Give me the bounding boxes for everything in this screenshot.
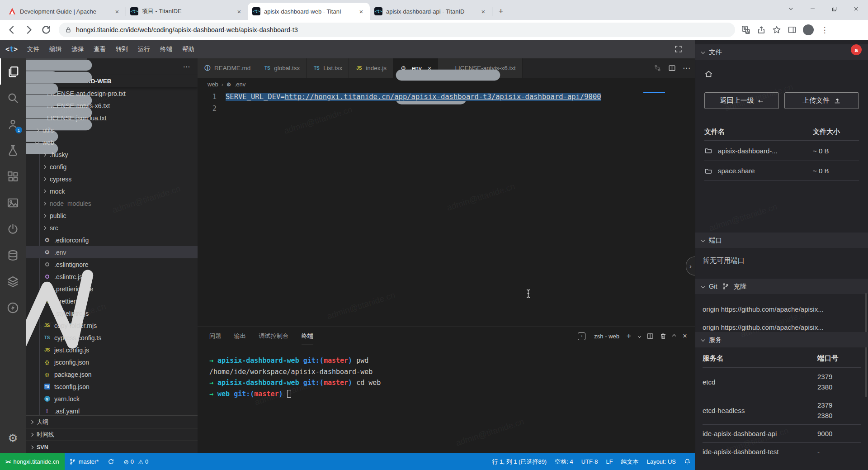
explorer-more-icon[interactable]: ⋯ bbox=[183, 62, 190, 71]
tree-item[interactable]: yyarn.lock bbox=[26, 393, 198, 405]
activity-lightning[interactable] bbox=[0, 294, 26, 321]
tab-close-icon[interactable]: × bbox=[479, 7, 487, 15]
status-keyboard-layout[interactable]: Layout: US bbox=[643, 453, 680, 470]
panel-tab[interactable]: 调试控制台 bbox=[259, 327, 289, 345]
profile-avatar[interactable] bbox=[803, 24, 814, 35]
editor-tab[interactable]: TSList.tsx bbox=[307, 58, 349, 78]
breadcrumb-folder[interactable]: web bbox=[208, 81, 218, 88]
user-avatar[interactable]: a bbox=[851, 44, 862, 55]
side-panel-icon[interactable] bbox=[788, 25, 797, 34]
editor-tab[interactable]: ⓘREADME.md bbox=[198, 58, 257, 78]
service-row[interactable]: ide-apisix-dashboard-test- bbox=[703, 442, 861, 461]
section-timeline[interactable]: 时间线 bbox=[26, 428, 198, 441]
panel-tab[interactable]: 输出 bbox=[234, 327, 246, 345]
back-icon[interactable] bbox=[6, 24, 17, 35]
tree-item[interactable]: node_modules bbox=[26, 197, 198, 209]
service-row[interactable]: etcd23792380 bbox=[703, 367, 861, 396]
activity-explorer[interactable] bbox=[0, 58, 26, 85]
tree-item[interactable]: {}jsconfig.json bbox=[26, 356, 198, 368]
status-eol[interactable]: LF bbox=[602, 453, 617, 470]
tree-item[interactable]: {}package.json bbox=[26, 368, 198, 380]
tree-item[interactable]: src bbox=[26, 222, 198, 234]
editor-more-icon[interactable]: ⋯ bbox=[683, 63, 690, 73]
service-row[interactable]: ide-apisix-dashboard-api9000 bbox=[703, 424, 861, 442]
tab-close-icon[interactable]: × bbox=[235, 7, 243, 15]
maximize-panel-icon[interactable] bbox=[672, 334, 676, 338]
tree-item[interactable]: TScypress.config.ts bbox=[26, 332, 198, 344]
menu-item[interactable]: 转到 bbox=[111, 40, 133, 58]
git-remote[interactable]: origin https://github.com/apache/apisix.… bbox=[703, 300, 863, 318]
service-row[interactable]: etcd-headless23792380 bbox=[703, 396, 861, 424]
menu-item[interactable]: 文件 bbox=[22, 40, 44, 58]
tab-search-chevron-button[interactable] bbox=[781, 1, 800, 16]
tree-item[interactable]: public bbox=[26, 209, 198, 222]
tree-item[interactable]: TStsconfig.json bbox=[26, 380, 198, 393]
status-cursor-position[interactable]: 行 1, 列 1 (已选择89) bbox=[488, 453, 551, 470]
activity-layers[interactable] bbox=[0, 268, 26, 294]
tree-item[interactable]: .husky bbox=[26, 148, 198, 161]
problems-indicator[interactable]: ⊘ 0 ⚠ 0 bbox=[119, 453, 153, 470]
notifications-bell[interactable] bbox=[680, 453, 695, 470]
ports-section-header[interactable]: 端口 bbox=[695, 233, 868, 248]
tree-item[interactable]: mock bbox=[26, 185, 198, 197]
remote-indicator[interactable]: >< hongxi.titanide.cn bbox=[0, 453, 65, 470]
browser-tab[interactable]: <t>项目 - TitanIDE× bbox=[126, 3, 248, 20]
browser-menu-kebab-icon[interactable]: ⋮ bbox=[820, 25, 829, 34]
shell-label[interactable]: zsh - web bbox=[594, 333, 619, 340]
url-text[interactable]: hongxi.titanide.cn/ide/web/coding/apisix… bbox=[76, 26, 298, 33]
status-encoding[interactable]: UTF-8 bbox=[577, 453, 602, 470]
address-bar[interactable]: hongxi.titanide.cn/ide/web/coding/apisix… bbox=[59, 23, 735, 37]
maximize-button[interactable] bbox=[825, 1, 844, 16]
section-svn[interactable]: SVN bbox=[26, 441, 198, 453]
activity-database[interactable] bbox=[0, 242, 26, 268]
tree-item[interactable]: ⚙.editorconfig bbox=[26, 234, 198, 246]
tree-item[interactable]: JSjest.config.js bbox=[26, 344, 198, 356]
activity-test-flask[interactable] bbox=[0, 137, 26, 163]
close-panel-icon[interactable]: × bbox=[681, 332, 689, 340]
tree-item[interactable]: .stylelintrc.js bbox=[26, 307, 198, 319]
editor-tab[interactable]: LICENSE-antvis-x6.txt bbox=[438, 58, 522, 78]
activity-preview[interactable] bbox=[0, 190, 26, 216]
close-button[interactable] bbox=[846, 1, 865, 16]
browser-tab[interactable]: Development Guide | Apache× bbox=[4, 3, 126, 20]
files-section-header[interactable]: 文件 bbox=[695, 44, 868, 60]
activity-search[interactable] bbox=[0, 85, 26, 111]
menu-item[interactable]: 终端 bbox=[155, 40, 177, 58]
tree-item[interactable]: JScopy-folder.mjs bbox=[26, 319, 198, 332]
menu-item[interactable]: 帮助 bbox=[177, 40, 199, 58]
kill-terminal-trash-icon[interactable] bbox=[660, 332, 667, 340]
activity-restart[interactable] bbox=[0, 216, 26, 242]
minimize-button[interactable] bbox=[803, 1, 822, 16]
menu-item[interactable]: 选择 bbox=[66, 40, 89, 58]
fullscreen-icon[interactable] bbox=[675, 40, 682, 58]
forward-icon[interactable] bbox=[24, 24, 34, 35]
tree-item[interactable]: web bbox=[26, 136, 198, 148]
tree-item[interactable]: LICENSE-json.lua.txt bbox=[26, 112, 198, 124]
split-editor-icon[interactable] bbox=[668, 64, 676, 72]
section-outline[interactable]: 大纲 bbox=[26, 415, 198, 428]
git-branch-indicator[interactable]: master* bbox=[65, 453, 104, 470]
new-terminal-icon[interactable]: + bbox=[625, 332, 632, 340]
reload-icon[interactable] bbox=[41, 24, 52, 35]
status-indentation[interactable]: 空格: 4 bbox=[551, 453, 577, 470]
tab-close-icon[interactable]: × bbox=[357, 7, 365, 15]
panel-tab[interactable]: 问题 bbox=[209, 327, 222, 345]
git-clone-label[interactable]: 克隆 bbox=[734, 282, 747, 291]
file-row[interactable]: space.share~ 0 B bbox=[704, 161, 859, 181]
git-section-header[interactable]: Git 克隆 bbox=[695, 279, 868, 294]
tree-item[interactable]: config bbox=[26, 161, 198, 173]
menu-item[interactable]: 运行 bbox=[133, 40, 155, 58]
bookmark-star-icon[interactable] bbox=[772, 25, 781, 34]
sync-button[interactable] bbox=[103, 453, 119, 470]
browser-tab[interactable]: <t>apisix-dashboard-api - TitanID× bbox=[370, 3, 492, 20]
shell-dropdown-icon[interactable] bbox=[638, 334, 641, 337]
tree-item[interactable]: cypress bbox=[26, 173, 198, 185]
activity-extensions[interactable] bbox=[0, 163, 26, 190]
tab-close-icon[interactable]: × bbox=[113, 7, 121, 15]
browser-tab[interactable]: <t>apisix-dashboard-web - TitanI× bbox=[248, 3, 370, 20]
git-remote[interactable]: origin https://github.com/apache/apisix.… bbox=[703, 318, 863, 332]
compare-changes-icon[interactable] bbox=[654, 64, 661, 72]
editor-tab[interactable]: TSglobal.tsx bbox=[257, 58, 307, 78]
home-icon[interactable] bbox=[704, 70, 713, 78]
new-tab-button[interactable]: + bbox=[495, 5, 507, 18]
